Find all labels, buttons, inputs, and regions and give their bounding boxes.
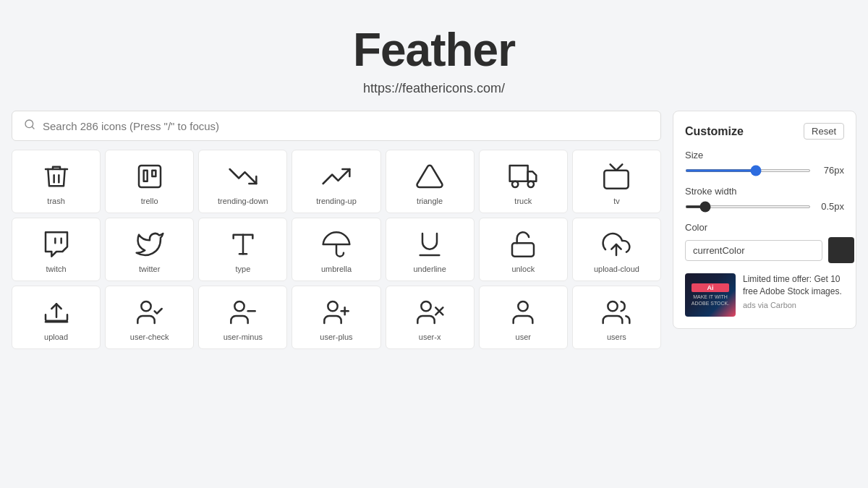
customize-panel: Customize Reset Size 76px Stroke width 0… xyxy=(673,111,856,329)
size-slider[interactable] xyxy=(685,169,811,172)
color-control: Color xyxy=(685,222,844,263)
stroke-value: 0.5px xyxy=(817,201,844,212)
page-title: Feather xyxy=(0,23,868,77)
svg-point-16 xyxy=(141,301,150,311)
icon-card-triangle[interactable]: triangle xyxy=(386,150,475,213)
icon-label-upload-cloud: upload-cloud xyxy=(579,265,655,273)
icon-label-upload: upload xyxy=(18,333,94,341)
svg-point-19 xyxy=(328,301,337,311)
search-bar[interactable] xyxy=(12,111,661,141)
icon-label-triangle: triangle xyxy=(392,197,468,205)
search-icon xyxy=(24,119,35,133)
icon-card-user-x[interactable]: user-x xyxy=(386,286,475,349)
svg-point-25 xyxy=(519,301,528,311)
icon-card-upload[interactable]: upload xyxy=(12,286,101,349)
icon-label-tv: tv xyxy=(579,197,655,205)
svg-point-22 xyxy=(421,301,430,311)
svg-point-26 xyxy=(608,301,618,311)
icon-label-user-x: user-x xyxy=(392,333,468,341)
svg-rect-3 xyxy=(143,171,147,181)
page-header: Feather https://feathericons.com/ xyxy=(0,0,868,111)
svg-point-8 xyxy=(528,181,534,187)
icon-card-underline[interactable]: underline xyxy=(386,218,475,281)
icon-label-type: type xyxy=(205,265,281,273)
icon-label-users: users xyxy=(579,333,655,341)
size-value: 76px xyxy=(817,165,844,176)
stroke-label: Stroke width xyxy=(685,186,844,197)
icon-label-trending-up: trending-up xyxy=(298,197,374,205)
icon-label-umbrella: umbrella xyxy=(298,265,374,273)
svg-rect-9 xyxy=(605,171,629,189)
icon-label-user-check: user-check xyxy=(111,333,187,341)
icon-card-trash[interactable]: trash xyxy=(12,150,101,213)
icon-label-user-plus: user-plus xyxy=(298,333,374,341)
color-input[interactable] xyxy=(685,240,822,261)
icon-card-truck[interactable]: truck xyxy=(479,150,568,213)
page-subtitle: https://feathericons.com/ xyxy=(0,81,868,96)
svg-marker-6 xyxy=(528,171,537,181)
ad-box: Ai MAKE IT WITHADOBE STOCK. Limited time… xyxy=(685,273,844,317)
ad-image[interactable]: Ai MAKE IT WITHADOBE STOCK. xyxy=(685,273,736,317)
customize-title: Customize xyxy=(685,125,744,138)
icon-card-type[interactable]: type xyxy=(198,218,287,281)
reset-button[interactable]: Reset xyxy=(804,123,844,140)
icon-label-trending-down: trending-down xyxy=(205,197,281,205)
icon-label-truck: truck xyxy=(485,197,561,205)
icon-card-twitch[interactable]: twitch xyxy=(12,218,101,281)
icon-label-trello: trello xyxy=(111,197,187,205)
icon-card-twitter[interactable]: twitter xyxy=(105,218,194,281)
icon-label-user-minus: user-minus xyxy=(205,333,281,341)
icon-card-upload-cloud[interactable]: upload-cloud xyxy=(572,218,661,281)
icon-card-trello[interactable]: trello xyxy=(105,150,194,213)
svg-point-7 xyxy=(512,181,518,187)
icon-card-trending-up[interactable]: trending-up xyxy=(292,150,380,213)
icon-label-unlock: unlock xyxy=(485,265,561,273)
stroke-slider[interactable] xyxy=(685,205,811,208)
stroke-control: Stroke width 0.5px xyxy=(685,186,844,212)
svg-rect-2 xyxy=(139,166,161,187)
icons-grid-row3: upload user-check user-minus user-plus u… xyxy=(12,286,661,349)
icon-card-user-check[interactable]: user-check xyxy=(105,286,194,349)
search-input[interactable] xyxy=(43,120,649,132)
icon-label-twitch: twitch xyxy=(18,265,94,273)
size-label: Size xyxy=(685,150,844,160)
icon-label-twitter: twitter xyxy=(111,265,187,273)
icon-card-tv[interactable]: tv xyxy=(572,150,661,213)
icon-card-unlock[interactable]: unlock xyxy=(479,218,568,281)
ad-via: ads via Carbon xyxy=(743,301,844,309)
ad-text: Limited time offer: Get 10 free Adobe St… xyxy=(743,273,844,298)
color-label: Color xyxy=(685,222,844,233)
icon-card-trending-down[interactable]: trending-down xyxy=(198,150,287,213)
icon-card-user-plus[interactable]: user-plus xyxy=(292,286,380,349)
svg-rect-13 xyxy=(512,243,534,256)
icon-card-user[interactable]: user xyxy=(479,286,568,349)
icons-grid-row2: twitch twitter type umbrella underline xyxy=(12,218,661,281)
sidebar: Customize Reset Size 76px Stroke width 0… xyxy=(661,111,856,349)
icon-card-user-minus[interactable]: user-minus xyxy=(198,286,287,349)
svg-line-1 xyxy=(32,127,34,129)
svg-rect-5 xyxy=(510,166,528,181)
size-control: Size 76px xyxy=(685,150,844,176)
icon-label-user: user xyxy=(485,333,561,341)
icon-card-users[interactable]: users xyxy=(572,286,661,349)
svg-rect-4 xyxy=(152,171,156,176)
icon-card-umbrella[interactable]: umbrella xyxy=(292,218,380,281)
color-swatch[interactable] xyxy=(828,237,854,263)
icon-label-trash: trash xyxy=(18,197,94,205)
icons-grid-row1: trash trello trending-down trending-up t… xyxy=(12,150,661,213)
svg-point-17 xyxy=(234,301,244,311)
icon-label-underline: underline xyxy=(392,265,468,273)
icons-section: trash trello trending-down trending-up t… xyxy=(12,111,661,349)
